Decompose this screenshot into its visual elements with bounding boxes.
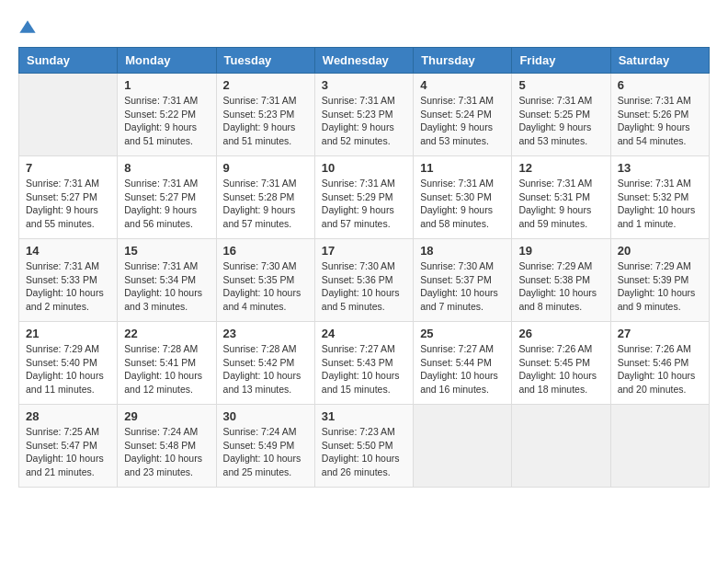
day-info: Sunrise: 7:29 AM Sunset: 5:38 PM Dayligh… (518, 259, 603, 314)
day-info: Sunrise: 7:29 AM Sunset: 5:39 PM Dayligh… (618, 259, 702, 314)
calendar-cell: 10Sunrise: 7:31 AM Sunset: 5:29 PM Dayli… (314, 156, 413, 239)
page-header (18, 18, 710, 38)
calendar-cell (414, 405, 512, 488)
calendar-cell: 3Sunrise: 7:31 AM Sunset: 5:23 PM Daylig… (314, 74, 413, 156)
weekday-header-sunday: Sunday (19, 48, 118, 74)
day-info: Sunrise: 7:30 AM Sunset: 5:37 PM Dayligh… (420, 259, 505, 314)
day-info: Sunrise: 7:31 AM Sunset: 5:26 PM Dayligh… (618, 94, 702, 148)
day-info: Sunrise: 7:31 AM Sunset: 5:24 PM Dayligh… (420, 94, 505, 148)
day-info: Sunrise: 7:31 AM Sunset: 5:23 PM Dayligh… (223, 94, 308, 148)
calendar-cell: 17Sunrise: 7:30 AM Sunset: 5:36 PM Dayli… (314, 239, 413, 322)
day-info: Sunrise: 7:29 AM Sunset: 5:40 PM Dayligh… (26, 342, 110, 396)
calendar-header-row: SundayMondayTuesdayWednesdayThursdayFrid… (19, 48, 710, 74)
day-info: Sunrise: 7:31 AM Sunset: 5:28 PM Dayligh… (223, 177, 308, 231)
day-info: Sunrise: 7:26 AM Sunset: 5:46 PM Dayligh… (618, 342, 702, 396)
day-info: Sunrise: 7:31 AM Sunset: 5:25 PM Dayligh… (518, 94, 603, 148)
day-number: 16 (223, 244, 308, 258)
day-number: 17 (322, 244, 406, 258)
day-number: 1 (124, 78, 209, 92)
day-number: 31 (322, 409, 406, 423)
day-number: 19 (518, 244, 603, 258)
day-info: Sunrise: 7:31 AM Sunset: 5:22 PM Dayligh… (124, 94, 209, 148)
calendar-table: SundayMondayTuesdayWednesdayThursdayFrid… (18, 47, 710, 488)
logo (18, 18, 40, 38)
calendar-cell: 16Sunrise: 7:30 AM Sunset: 5:35 PM Dayli… (216, 239, 314, 322)
day-info: Sunrise: 7:31 AM Sunset: 5:27 PM Dayligh… (124, 177, 209, 231)
calendar-cell: 7Sunrise: 7:31 AM Sunset: 5:27 PM Daylig… (19, 156, 118, 239)
weekday-header-thursday: Thursday (414, 48, 512, 74)
weekday-header-saturday: Saturday (610, 48, 709, 74)
calendar-cell: 8Sunrise: 7:31 AM Sunset: 5:27 PM Daylig… (118, 156, 216, 239)
calendar-cell: 18Sunrise: 7:30 AM Sunset: 5:37 PM Dayli… (414, 239, 512, 322)
day-number: 10 (322, 161, 406, 175)
calendar-cell: 23Sunrise: 7:28 AM Sunset: 5:42 PM Dayli… (216, 322, 314, 405)
day-number: 9 (223, 161, 308, 175)
day-info: Sunrise: 7:25 AM Sunset: 5:47 PM Dayligh… (26, 425, 110, 479)
day-number: 15 (124, 244, 209, 258)
day-info: Sunrise: 7:31 AM Sunset: 5:32 PM Dayligh… (618, 177, 702, 231)
logo-icon (18, 19, 37, 38)
day-info: Sunrise: 7:31 AM Sunset: 5:30 PM Dayligh… (420, 177, 505, 231)
calendar-cell: 21Sunrise: 7:29 AM Sunset: 5:40 PM Dayli… (19, 322, 118, 405)
calendar-cell: 27Sunrise: 7:26 AM Sunset: 5:46 PM Dayli… (610, 322, 709, 405)
day-number: 5 (518, 78, 603, 92)
day-number: 13 (618, 161, 702, 175)
calendar-cell: 22Sunrise: 7:28 AM Sunset: 5:41 PM Dayli… (118, 322, 216, 405)
calendar-body: 1Sunrise: 7:31 AM Sunset: 5:22 PM Daylig… (19, 74, 710, 488)
calendar-cell (512, 405, 610, 488)
calendar-cell: 4Sunrise: 7:31 AM Sunset: 5:24 PM Daylig… (414, 74, 512, 156)
calendar-cell: 29Sunrise: 7:24 AM Sunset: 5:48 PM Dayli… (118, 405, 216, 488)
calendar-week-row: 21Sunrise: 7:29 AM Sunset: 5:40 PM Dayli… (19, 322, 710, 405)
day-number: 21 (26, 327, 110, 340)
day-number: 2 (223, 78, 308, 92)
calendar-week-row: 14Sunrise: 7:31 AM Sunset: 5:33 PM Dayli… (19, 239, 710, 322)
day-number: 22 (124, 327, 209, 340)
day-number: 28 (26, 409, 110, 423)
day-number: 11 (420, 161, 505, 175)
calendar-week-row: 7Sunrise: 7:31 AM Sunset: 5:27 PM Daylig… (19, 156, 710, 239)
day-number: 18 (420, 244, 505, 258)
calendar-cell (610, 405, 709, 488)
day-number: 4 (420, 78, 505, 92)
day-info: Sunrise: 7:31 AM Sunset: 5:23 PM Dayligh… (322, 94, 406, 148)
day-info: Sunrise: 7:27 AM Sunset: 5:44 PM Dayligh… (420, 342, 505, 396)
day-number: 12 (518, 161, 603, 175)
day-number: 30 (223, 409, 308, 423)
calendar-cell: 24Sunrise: 7:27 AM Sunset: 5:43 PM Dayli… (314, 322, 413, 405)
day-info: Sunrise: 7:31 AM Sunset: 5:29 PM Dayligh… (322, 177, 406, 231)
weekday-header-friday: Friday (512, 48, 610, 74)
calendar-cell: 26Sunrise: 7:26 AM Sunset: 5:45 PM Dayli… (512, 322, 610, 405)
day-info: Sunrise: 7:26 AM Sunset: 5:45 PM Dayligh… (518, 342, 603, 396)
day-info: Sunrise: 7:30 AM Sunset: 5:35 PM Dayligh… (223, 259, 308, 314)
day-info: Sunrise: 7:28 AM Sunset: 5:42 PM Dayligh… (223, 342, 308, 396)
day-number: 7 (26, 161, 110, 175)
day-number: 26 (518, 327, 603, 340)
day-number: 14 (26, 244, 110, 258)
day-number: 8 (124, 161, 209, 175)
calendar-cell: 9Sunrise: 7:31 AM Sunset: 5:28 PM Daylig… (216, 156, 314, 239)
weekday-header-monday: Monday (118, 48, 216, 74)
day-info: Sunrise: 7:24 AM Sunset: 5:48 PM Dayligh… (124, 425, 209, 479)
day-info: Sunrise: 7:27 AM Sunset: 5:43 PM Dayligh… (322, 342, 406, 396)
calendar-cell: 12Sunrise: 7:31 AM Sunset: 5:31 PM Dayli… (512, 156, 610, 239)
calendar-cell: 15Sunrise: 7:31 AM Sunset: 5:34 PM Dayli… (118, 239, 216, 322)
calendar-week-row: 28Sunrise: 7:25 AM Sunset: 5:47 PM Dayli… (19, 405, 710, 488)
weekday-header-tuesday: Tuesday (216, 48, 314, 74)
day-info: Sunrise: 7:31 AM Sunset: 5:31 PM Dayligh… (518, 177, 603, 231)
calendar-cell: 2Sunrise: 7:31 AM Sunset: 5:23 PM Daylig… (216, 74, 314, 156)
calendar-week-row: 1Sunrise: 7:31 AM Sunset: 5:22 PM Daylig… (19, 74, 710, 156)
svg-marker-0 (19, 20, 35, 32)
day-info: Sunrise: 7:23 AM Sunset: 5:50 PM Dayligh… (322, 425, 406, 479)
calendar-cell: 25Sunrise: 7:27 AM Sunset: 5:44 PM Dayli… (414, 322, 512, 405)
calendar-cell: 11Sunrise: 7:31 AM Sunset: 5:30 PM Dayli… (414, 156, 512, 239)
day-number: 25 (420, 327, 505, 340)
day-info: Sunrise: 7:30 AM Sunset: 5:36 PM Dayligh… (322, 259, 406, 314)
calendar-cell: 30Sunrise: 7:24 AM Sunset: 5:49 PM Dayli… (216, 405, 314, 488)
day-number: 23 (223, 327, 308, 340)
calendar-cell: 1Sunrise: 7:31 AM Sunset: 5:22 PM Daylig… (118, 74, 216, 156)
calendar-cell: 13Sunrise: 7:31 AM Sunset: 5:32 PM Dayli… (610, 156, 709, 239)
calendar-cell: 28Sunrise: 7:25 AM Sunset: 5:47 PM Dayli… (19, 405, 118, 488)
day-number: 20 (618, 244, 702, 258)
calendar-cell: 5Sunrise: 7:31 AM Sunset: 5:25 PM Daylig… (512, 74, 610, 156)
calendar-cell: 19Sunrise: 7:29 AM Sunset: 5:38 PM Dayli… (512, 239, 610, 322)
